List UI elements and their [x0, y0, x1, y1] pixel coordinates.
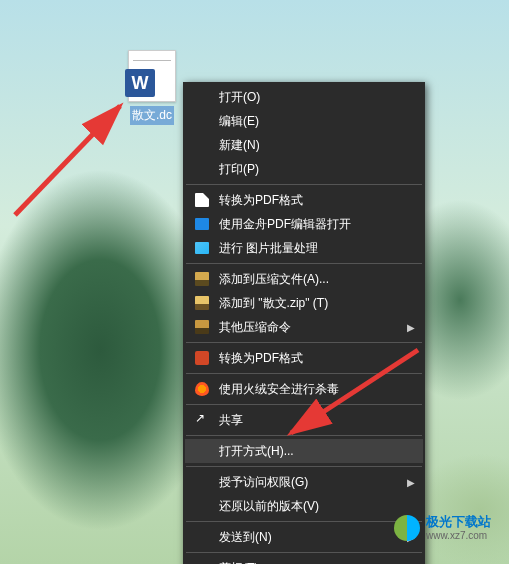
menu-item-label: 使用金舟PDF编辑器打开 [219, 216, 403, 233]
desktop-file-word[interactable]: W 散文.dc [118, 50, 186, 125]
menu-item[interactable]: 使用火绒安全进行杀毒 [185, 377, 423, 401]
file-name-label: 散文.dc [130, 106, 174, 125]
menu-separator [186, 263, 422, 264]
blank-icon [191, 88, 213, 106]
menu-item-label: 添加到 "散文.zip" (T) [219, 295, 403, 312]
menu-separator [186, 184, 422, 185]
menu-item[interactable]: 剪切(T) [185, 556, 423, 564]
watermark-logo-icon [394, 515, 420, 541]
menu-item-label: 授予访问权限(G) [219, 474, 403, 491]
menu-item-label: 编辑(E) [219, 113, 403, 130]
menu-item-label: 转换为PDF格式 [219, 192, 403, 209]
menu-item[interactable]: 转换为PDF格式 [185, 188, 423, 212]
zip2-icon [191, 294, 213, 312]
blank-icon [191, 528, 213, 546]
menu-item[interactable]: 新建(N) [185, 133, 423, 157]
menu-item[interactable]: 打印(P) [185, 157, 423, 181]
submenu-arrow-icon: ▶ [407, 477, 415, 488]
pdf-icon [191, 191, 213, 209]
blank-icon [191, 112, 213, 130]
word-badge: W [125, 69, 155, 97]
menu-item[interactable]: 转换为PDF格式 [185, 346, 423, 370]
img-icon [191, 239, 213, 257]
menu-item[interactable]: 发送到(N)▶ [185, 525, 423, 549]
pdfblue-icon [191, 215, 213, 233]
menu-separator [186, 342, 422, 343]
zip3-icon [191, 318, 213, 336]
word-file-icon: W [128, 50, 176, 102]
menu-item[interactable]: 打开(O) [185, 85, 423, 109]
context-menu: 打开(O)编辑(E)新建(N)打印(P)转换为PDF格式使用金舟PDF编辑器打开… [183, 82, 425, 564]
menu-separator [186, 552, 422, 553]
menu-item-label: 进行 图片批量处理 [219, 240, 403, 257]
watermark-url: www.xz7.com [426, 530, 491, 542]
menu-separator [186, 435, 422, 436]
menu-item-label: 添加到压缩文件(A)... [219, 271, 403, 288]
menu-item[interactable]: 共享 [185, 408, 423, 432]
watermark-title: 极光下载站 [426, 514, 491, 530]
menu-item-label: 新建(N) [219, 137, 403, 154]
menu-item-label: 转换为PDF格式 [219, 350, 403, 367]
submenu-arrow-icon: ▶ [407, 322, 415, 333]
menu-item-label: 打开方式(H)... [219, 443, 403, 460]
watermark: 极光下载站 www.xz7.com [394, 514, 491, 542]
menu-item-label: 还原以前的版本(V) [219, 498, 403, 515]
menu-separator [186, 466, 422, 467]
share-icon [191, 411, 213, 429]
menu-item[interactable]: 其他压缩命令▶ [185, 315, 423, 339]
ppt-icon [191, 349, 213, 367]
blank-icon [191, 473, 213, 491]
menu-item-label: 打印(P) [219, 161, 403, 178]
menu-separator [186, 404, 422, 405]
menu-item-label: 共享 [219, 412, 403, 429]
zip1-icon [191, 270, 213, 288]
menu-item-label: 发送到(N) [219, 529, 403, 546]
shield-icon [191, 380, 213, 398]
menu-item[interactable]: 添加到压缩文件(A)... [185, 267, 423, 291]
menu-item[interactable]: 添加到 "散文.zip" (T) [185, 291, 423, 315]
blank-icon [191, 160, 213, 178]
menu-item[interactable]: 进行 图片批量处理 [185, 236, 423, 260]
menu-item[interactable]: 打开方式(H)... [185, 439, 423, 463]
menu-item[interactable]: 还原以前的版本(V) [185, 494, 423, 518]
menu-separator [186, 521, 422, 522]
blank-icon [191, 136, 213, 154]
blank-icon [191, 497, 213, 515]
blank-icon [191, 442, 213, 460]
menu-item[interactable]: 授予访问权限(G)▶ [185, 470, 423, 494]
menu-item-label: 打开(O) [219, 89, 403, 106]
blank-icon [191, 559, 213, 564]
menu-item[interactable]: 编辑(E) [185, 109, 423, 133]
menu-separator [186, 373, 422, 374]
menu-item[interactable]: 使用金舟PDF编辑器打开 [185, 212, 423, 236]
menu-item-label: 剪切(T) [219, 560, 403, 565]
menu-item-label: 其他压缩命令 [219, 319, 403, 336]
menu-item-label: 使用火绒安全进行杀毒 [219, 381, 403, 398]
